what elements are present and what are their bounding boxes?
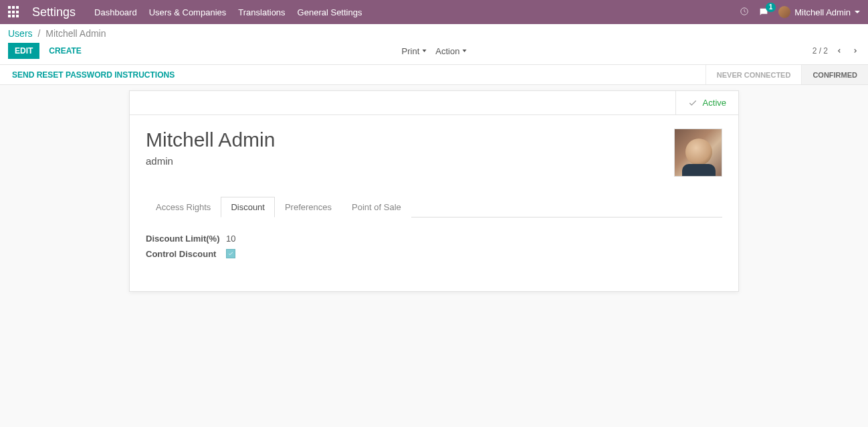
caret-down-icon <box>462 50 466 52</box>
caret-down-icon <box>422 50 426 52</box>
status-confirmed[interactable]: CONFIRMED <box>801 65 868 84</box>
record-name: Mitchell Admin <box>146 129 275 151</box>
action-bar: SEND RESET PASSWORD INSTRUCTIONS NEVER C… <box>0 65 868 85</box>
control-discount-label: Control Discount <box>146 249 226 259</box>
topbar: Settings Dashboard Users & Companies Tra… <box>0 0 868 24</box>
control-bar: Users / Mitchell Admin EDIT CREATE Print… <box>0 24 868 65</box>
nav-translations[interactable]: Translations <box>238 7 285 17</box>
app-brand: Settings <box>32 5 76 19</box>
pager-next-button[interactable] <box>851 45 860 58</box>
control-discount-checkbox[interactable] <box>226 249 235 258</box>
send-reset-password-button[interactable]: SEND RESET PASSWORD INSTRUCTIONS <box>12 70 175 80</box>
active-status: Active <box>675 91 738 114</box>
discount-limit-value: 10 <box>226 234 235 244</box>
pager-prev-button[interactable] <box>835 45 844 58</box>
activity-icon[interactable] <box>740 7 749 18</box>
tab-content: Discount Limit(%) 10 Control Discount <box>130 223 738 291</box>
avatar-icon <box>778 6 790 18</box>
messaging-badge: 1 <box>766 3 776 12</box>
status-never-connected[interactable]: NEVER CONNECTED <box>706 65 802 84</box>
user-avatar[interactable] <box>674 129 722 177</box>
statusbar: NEVER CONNECTED CONFIRMED <box>706 65 868 84</box>
action-dropdown[interactable]: Action <box>435 46 466 56</box>
create-button[interactable]: CREATE <box>46 43 84 59</box>
nav-general-settings[interactable]: General Settings <box>298 7 362 17</box>
discount-limit-label: Discount Limit(%) <box>146 234 226 244</box>
top-nav: Dashboard Users & Companies Translations… <box>94 7 362 17</box>
edit-button[interactable]: EDIT <box>8 43 39 59</box>
tab-point-of-sale[interactable]: Point of Sale <box>342 197 411 218</box>
user-menu[interactable]: Mitchell Admin <box>778 6 860 18</box>
tab-access-rights[interactable]: Access Rights <box>146 197 221 218</box>
tabs: Access Rights Discount Preferences Point… <box>146 197 722 218</box>
caret-down-icon <box>855 11 860 13</box>
pager: 2 / 2 <box>812 46 828 56</box>
breadcrumb-sep: / <box>37 28 40 39</box>
breadcrumb: Users / Mitchell Admin <box>8 28 860 39</box>
check-icon <box>688 98 697 108</box>
active-label: Active <box>703 98 726 108</box>
nav-users-companies[interactable]: Users & Companies <box>149 7 227 17</box>
user-name: Mitchell Admin <box>794 7 851 17</box>
record-login: admin <box>146 155 275 167</box>
breadcrumb-root[interactable]: Users <box>8 28 33 39</box>
print-dropdown[interactable]: Print <box>402 46 427 56</box>
tab-preferences[interactable]: Preferences <box>275 197 342 218</box>
breadcrumb-current: Mitchell Admin <box>45 28 106 39</box>
apps-icon[interactable] <box>8 6 20 18</box>
form-sheet: Active Mitchell Admin admin Access Right… <box>129 90 739 292</box>
messaging-icon[interactable]: 1 <box>758 7 769 17</box>
nav-dashboard[interactable]: Dashboard <box>94 7 137 17</box>
status-banner: Active <box>130 91 738 115</box>
action-label: Action <box>435 46 459 56</box>
print-label: Print <box>402 46 420 56</box>
tab-discount[interactable]: Discount <box>221 197 275 218</box>
